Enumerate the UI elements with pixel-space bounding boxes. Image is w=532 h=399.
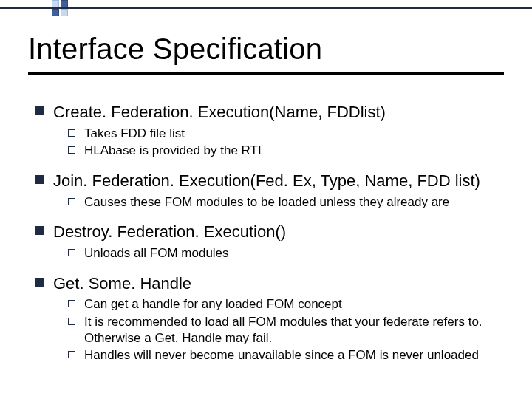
list-item: Can get a handle for any loaded FOM conc… [68, 296, 508, 313]
square-bullet-icon [35, 106, 44, 115]
hollow-square-icon [68, 300, 75, 307]
square-bullet-icon [35, 278, 44, 287]
slide-title: Interface Specification [28, 33, 322, 66]
square-bullet-icon [35, 175, 44, 184]
hollow-square-icon [68, 249, 75, 256]
slide: Interface Specification Create. Federati… [0, 0, 532, 399]
sublist: Unloads all FOM modules [68, 245, 508, 262]
header-ornament [0, 0, 532, 16]
ornament-square [61, 0, 68, 7]
ornament-square [61, 9, 68, 16]
list-item: HLAbase is provided by the RTI [68, 143, 508, 159]
list-item-label: Destroy. Federation. Execution() [53, 222, 286, 242]
list-item: Causes these FOM modules to be loaded un… [68, 194, 508, 211]
list-item-label: HLAbase is provided by the RTI [84, 143, 262, 159]
hollow-square-icon [68, 351, 75, 358]
list-item-label: Causes these FOM modules to be loaded un… [84, 194, 449, 211]
ornament-square [52, 9, 59, 16]
slide-body: Create. Federation. Execution(Name, FDDl… [35, 95, 508, 364]
list-item-label: Create. Federation. Execution(Name, FDDl… [53, 102, 386, 123]
hollow-square-icon [68, 318, 75, 325]
sublist: Can get a handle for any loaded FOM conc… [68, 296, 508, 364]
list-item-label: Join. Federation. Execution(Fed. Ex, Typ… [53, 171, 480, 191]
hollow-square-icon [68, 146, 75, 154]
list-item: Takes FDD file list [68, 126, 508, 142]
list-item: Unloads all FOM modules [68, 245, 508, 262]
list-item-label: Can get a handle for any loaded FOM conc… [84, 296, 342, 313]
list-item: Destroy. Federation. Execution() [35, 222, 508, 242]
ornament-square [52, 0, 59, 7]
list-item-label: Takes FDD file list [84, 126, 185, 142]
header-rule [0, 7, 532, 9]
square-bullet-icon [35, 226, 44, 235]
list-item: Get. Some. Handle [35, 273, 508, 294]
list-item-label: Unloads all FOM modules [84, 245, 229, 262]
list-item-label: Get. Some. Handle [53, 273, 191, 294]
sublist: Takes FDD file list HLAbase is provided … [68, 126, 508, 160]
hollow-square-icon [68, 198, 75, 205]
list-item: Create. Federation. Execution(Name, FDDl… [35, 102, 508, 123]
title-underline [28, 72, 504, 75]
list-item-label: Handles will never become unavailable si… [84, 347, 479, 364]
list-item: Handles will never become unavailable si… [68, 347, 508, 364]
hollow-square-icon [68, 129, 75, 137]
list-item: Join. Federation. Execution(Fed. Ex, Typ… [35, 171, 508, 191]
list-item-label: It is recommended to load all FOM module… [84, 314, 508, 347]
sublist: Causes these FOM modules to be loaded un… [68, 194, 508, 211]
list-item: It is recommended to load all FOM module… [68, 314, 508, 347]
